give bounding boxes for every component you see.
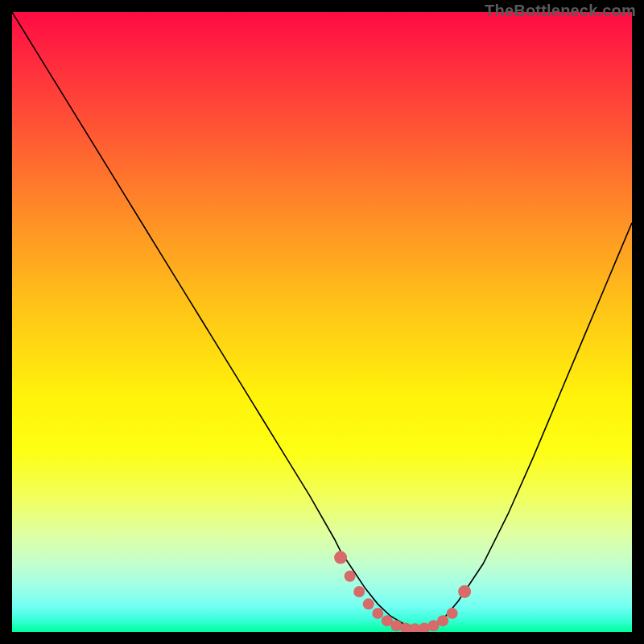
data-dot bbox=[363, 598, 374, 609]
bottleneck-curve bbox=[12, 12, 632, 627]
data-dot bbox=[372, 608, 383, 619]
data-dot bbox=[334, 551, 347, 564]
chart-plot-area bbox=[12, 12, 632, 632]
data-dot bbox=[447, 608, 458, 619]
watermark-text: TheBottleneck.com bbox=[485, 2, 636, 20]
data-dot bbox=[345, 571, 356, 582]
data-dot bbox=[353, 586, 365, 597]
chart-frame: TheBottleneck.com bbox=[0, 0, 644, 644]
chart-svg bbox=[12, 12, 632, 632]
data-dots bbox=[334, 551, 471, 632]
data-dot bbox=[437, 615, 448, 626]
data-dot bbox=[458, 585, 471, 598]
